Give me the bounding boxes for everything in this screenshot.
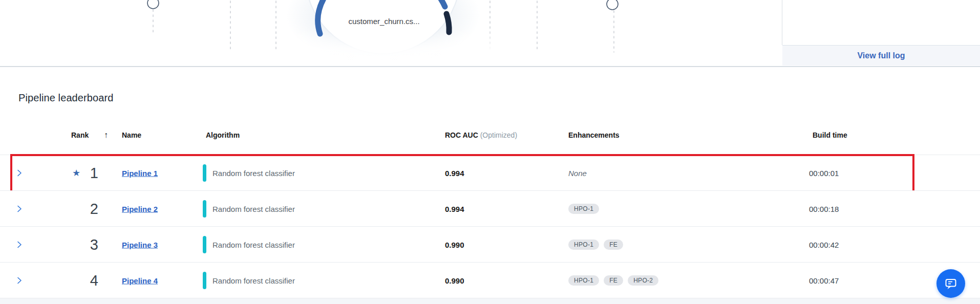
column-header-build-time: Build time bbox=[813, 131, 847, 139]
build-time-value: 00:00:01 bbox=[809, 168, 839, 177]
dataset-node-arc-navy bbox=[446, 14, 449, 32]
rank-value: 4 bbox=[77, 272, 98, 289]
column-header-algorithm: Algorithm bbox=[206, 131, 240, 139]
autoai-experiment-page: customer_churn.cs... View full log Pipel… bbox=[0, 0, 980, 304]
roc-auc-value: 0.994 bbox=[445, 204, 464, 213]
enhancement-tag: FE bbox=[604, 240, 623, 250]
table-row[interactable]: ★ 4 Pipeline 4 Random forest classifier … bbox=[0, 262, 980, 298]
column-header-roc-auc: ROC AUC (Optimized) bbox=[445, 131, 517, 139]
pipeline-node-circle bbox=[147, 0, 159, 9]
enhancements-cell: HPO-1FEHPO-2 bbox=[568, 275, 658, 286]
expand-row-chevron-icon[interactable] bbox=[17, 205, 22, 212]
enhancements-cell: HPO-1FE bbox=[568, 240, 623, 250]
expand-row-chevron-icon[interactable] bbox=[17, 276, 22, 284]
algorithm-label: Random forest classifier bbox=[212, 204, 295, 213]
algorithm-color-bar bbox=[203, 200, 206, 218]
column-header-metric: ROC AUC bbox=[445, 131, 478, 139]
enhancement-tag: HPO-1 bbox=[568, 275, 599, 286]
rank-value: 2 bbox=[77, 200, 98, 217]
algorithm-color-bar bbox=[203, 236, 206, 253]
column-header-enhancements: Enhancements bbox=[568, 131, 620, 139]
rank-value: 1 bbox=[77, 164, 98, 181]
view-full-log-button[interactable]: View full log bbox=[782, 45, 980, 66]
rank-value: 3 bbox=[77, 236, 98, 253]
expand-row-chevron-icon[interactable] bbox=[17, 169, 22, 177]
enhancement-tag: HPO-1 bbox=[568, 204, 599, 214]
roc-auc-value: 0.990 bbox=[445, 276, 464, 285]
chat-bubble-icon bbox=[943, 276, 958, 291]
algorithm-color-bar bbox=[203, 164, 206, 182]
enhancements-cell: None bbox=[568, 168, 587, 177]
table-row[interactable]: ★ 2 Pipeline 2 Random forest classifier … bbox=[0, 190, 980, 226]
sort-ascending-icon[interactable]: ↑ bbox=[104, 131, 108, 140]
build-time-value: 00:00:47 bbox=[809, 276, 839, 285]
section-divider bbox=[0, 66, 980, 67]
log-panel-divider bbox=[782, 0, 782, 45]
enhancement-tag: HPO-1 bbox=[568, 240, 599, 250]
column-header-rank: Rank bbox=[71, 131, 89, 139]
algorithm-label: Random forest classifier bbox=[212, 168, 295, 177]
view-full-log-label: View full log bbox=[857, 51, 905, 60]
build-time-value: 00:00:18 bbox=[809, 204, 839, 213]
algorithm-label: Random forest classifier bbox=[212, 276, 295, 285]
roc-auc-value: 0.990 bbox=[445, 240, 464, 249]
leaderboard-table-body: ★ 1 Pipeline 1 Random forest classifier … bbox=[0, 155, 980, 298]
page-title: Pipeline leaderboard bbox=[18, 92, 113, 104]
pipeline-link[interactable]: Pipeline 1 bbox=[122, 168, 158, 177]
fade-overlay bbox=[276, 28, 492, 67]
algorithm-label: Random forest classifier bbox=[212, 240, 295, 249]
table-row[interactable]: ★ 1 Pipeline 1 Random forest classifier … bbox=[0, 155, 980, 190]
algorithm-color-bar bbox=[203, 272, 206, 289]
column-header-metric-qualifier: (Optimized) bbox=[480, 131, 517, 139]
enhancement-tag: HPO-2 bbox=[628, 275, 658, 286]
build-time-value: 00:00:42 bbox=[809, 240, 839, 249]
dataset-node-label: customer_churn.cs... bbox=[338, 17, 430, 26]
leaderboard-header-row: Rank ↑ Name Algorithm ROC AUC (Optimized… bbox=[0, 120, 980, 150]
table-row[interactable]: ★ 3 Pipeline 3 Random forest classifier … bbox=[0, 226, 980, 262]
enhancements-cell: HPO-1 bbox=[568, 204, 599, 214]
column-header-name: Name bbox=[122, 131, 141, 139]
enhancement-tag: FE bbox=[604, 275, 623, 286]
chat-support-button[interactable] bbox=[936, 269, 965, 298]
pipeline-link[interactable]: Pipeline 2 bbox=[122, 204, 158, 213]
roc-auc-value: 0.994 bbox=[445, 168, 464, 177]
pipeline-link[interactable]: Pipeline 4 bbox=[122, 276, 158, 285]
pipeline-link[interactable]: Pipeline 3 bbox=[122, 240, 158, 249]
pipeline-node-circle bbox=[607, 0, 618, 10]
expand-row-chevron-icon[interactable] bbox=[17, 241, 22, 248]
enhancements-none-label: None bbox=[568, 168, 587, 177]
bottom-band bbox=[0, 298, 980, 304]
